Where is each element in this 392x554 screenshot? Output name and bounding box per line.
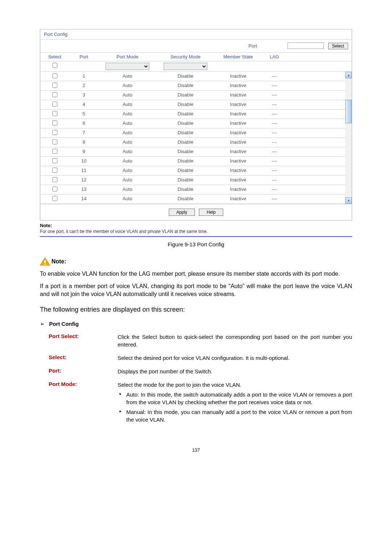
secmode-filter[interactable] — [164, 63, 207, 70]
cell-secmode: Disable — [156, 168, 215, 174]
portmode-filter[interactable] — [106, 63, 149, 70]
cell-memberstate: Inactive — [215, 83, 262, 89]
table-wrapper: Select Port Port Mode Security Mode Memb… — [40, 53, 352, 220]
header-memberstate: Member State — [215, 54, 262, 59]
select-all-checkbox[interactable] — [52, 63, 57, 68]
cell-secmode: Disable — [156, 186, 215, 193]
cell-memberstate: Inactive — [215, 186, 262, 193]
cell-lag: --- — [262, 92, 287, 98]
inline-note-title: Note: — [40, 223, 352, 228]
row-checkbox[interactable] — [52, 130, 57, 135]
cell-secmode: Disable — [156, 120, 215, 127]
cell-secmode: Disable — [156, 139, 215, 145]
cell-secmode: Disable — [156, 149, 215, 155]
cell-secmode: Disable — [156, 102, 215, 108]
scroll-down-icon[interactable]: ▾ — [345, 197, 352, 204]
note-label: Note: — [52, 258, 66, 264]
cell-port: 7 — [69, 130, 98, 136]
note-block: Note: — [40, 258, 352, 266]
header-portmode: Port Mode — [98, 54, 156, 59]
row-checkbox[interactable] — [52, 111, 57, 116]
cell-portmode: Auto — [98, 158, 156, 164]
scroll-thumb[interactable] — [345, 100, 352, 124]
help-button[interactable]: Help — [199, 209, 223, 216]
table-row: 12AutoDisableInactive--- — [40, 176, 352, 185]
desc-def-port: Displays the port number of the Switch. — [118, 368, 352, 375]
cell-memberstate: Inactive — [215, 177, 262, 183]
cell-portmode: Auto — [98, 130, 156, 136]
table-row: 3AutoDisableInactive--- — [40, 91, 352, 100]
cell-portmode: Auto — [98, 73, 156, 79]
desc-term-select: Select: — [49, 354, 118, 362]
row-checkbox[interactable] — [52, 120, 57, 126]
cell-portmode: Auto — [98, 177, 156, 183]
note-para-2: If a port is a member port of voice VLAN… — [40, 282, 352, 299]
row-checkbox[interactable] — [52, 73, 57, 78]
desc-def-portselect: Click the Select button to quick-select … — [118, 333, 352, 348]
row-checkbox[interactable] — [52, 92, 57, 97]
port-input[interactable] — [287, 42, 324, 49]
row-checkbox[interactable] — [52, 102, 57, 107]
cell-port: 5 — [69, 111, 98, 117]
table-row: 8AutoDisableInactive--- — [40, 138, 352, 147]
desc-row: Port Mode: Select the mode for the port … — [49, 381, 352, 426]
cell-lag: --- — [262, 130, 287, 136]
table-row: 7AutoDisableInactive--- — [40, 128, 352, 138]
table-row: 13AutoDisableInactive--- — [40, 185, 352, 194]
cell-lag: --- — [262, 111, 287, 117]
row-checkbox[interactable] — [52, 149, 57, 154]
cell-lag: --- — [262, 149, 287, 155]
cell-lag: --- — [262, 83, 287, 89]
desc-def-select: Select the desired port for voice VLAN c… — [118, 354, 352, 362]
row-checkbox[interactable] — [52, 177, 57, 182]
cell-lag: --- — [262, 120, 287, 127]
select-button[interactable]: Select — [328, 43, 348, 49]
desc-list: Port Select: Click the Select button to … — [40, 333, 352, 426]
cell-port: 6 — [69, 120, 98, 127]
cell-secmode: Disable — [156, 130, 215, 136]
row-checkbox[interactable] — [52, 158, 57, 163]
cell-port: 1 — [69, 73, 98, 79]
entries-intro: The following entries are displayed on t… — [40, 305, 352, 314]
table-row: 14AutoDisableInactive--- — [40, 194, 352, 204]
cell-portmode: Auto — [98, 111, 156, 117]
row-checkbox[interactable] — [52, 186, 57, 192]
row-checkbox[interactable] — [52, 83, 57, 88]
cell-memberstate: Inactive — [215, 149, 262, 155]
desc-def-portmode: Select the mode for the port to join the… — [118, 381, 352, 426]
table-row: 2AutoDisableInactive--- — [40, 81, 352, 91]
table-row: 4AutoDisableInactive--- — [40, 100, 352, 110]
cell-secmode: Disable — [156, 92, 215, 98]
scroll-area: 1AutoDisableInactive---2AutoDisableInact… — [40, 72, 352, 204]
scroll-track[interactable] — [345, 78, 352, 197]
scroll-up-icon[interactable]: ▴ — [345, 72, 352, 78]
cell-port: 3 — [69, 92, 98, 98]
table-row: 5AutoDisableInactive--- — [40, 110, 352, 119]
scrollbar[interactable]: ▴ ▾ — [345, 72, 352, 204]
inline-note: Note: For one port, it can't be the memb… — [40, 221, 352, 237]
cell-secmode: Disable — [156, 177, 215, 183]
cell-portmode: Auto — [98, 149, 156, 155]
bullet-auto: Auto: In this mode, the switch automatic… — [126, 391, 352, 406]
cell-port: 10 — [69, 158, 98, 164]
cell-portmode: Auto — [98, 102, 156, 108]
table-row: 9AutoDisableInactive--- — [40, 147, 352, 157]
row-checkbox[interactable] — [52, 168, 57, 173]
cell-lag: --- — [262, 102, 287, 108]
sub-heading: ➢ Port Config — [40, 321, 352, 327]
cell-port: 11 — [69, 168, 98, 174]
row-checkbox[interactable] — [52, 139, 57, 144]
header-lag: LAG — [262, 54, 287, 59]
header-select: Select — [40, 54, 69, 59]
inline-note-text: For one port, it can't be the member of … — [40, 228, 352, 235]
table-row: 1AutoDisableInactive--- — [40, 72, 352, 81]
page-number: 137 — [40, 447, 352, 453]
port-label: Port — [249, 43, 257, 49]
row-checkbox[interactable] — [52, 196, 57, 201]
cell-memberstate: Inactive — [215, 92, 262, 98]
table-header: Select Port Port Mode Security Mode Memb… — [40, 53, 352, 61]
header-secmode: Security Mode — [156, 54, 215, 59]
cell-memberstate: Inactive — [215, 158, 262, 164]
warning-icon — [40, 258, 50, 266]
apply-button[interactable]: Apply — [169, 209, 195, 216]
